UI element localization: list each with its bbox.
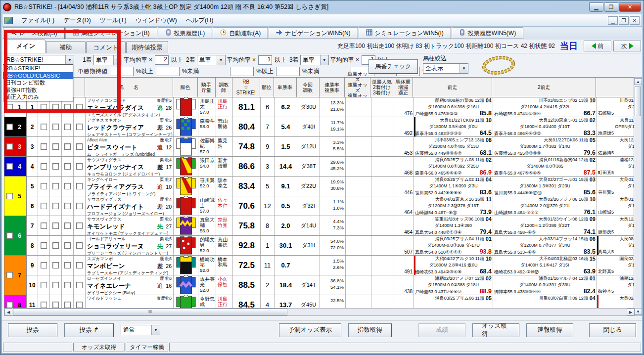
menu-item-3[interactable]: ウィンドウ(W) <box>131 15 182 26</box>
gate-checkbox[interactable] <box>6 302 13 308</box>
del-checkbox[interactable] <box>41 302 47 308</box>
scroll-left-icon[interactable]: ◀ <box>4 309 12 315</box>
del-checkbox[interactable] <box>64 124 71 130</box>
mdi-restore-button[interactable]: ❐ <box>619 16 629 25</box>
del-checkbox[interactable] <box>76 143 83 150</box>
del-checkbox[interactable] <box>52 163 59 170</box>
tab-コメント[interactable]: コメント <box>86 41 126 53</box>
gate-checkbox[interactable] <box>6 193 13 199</box>
del-checkbox[interactable] <box>64 262 71 268</box>
del-checkbox[interactable] <box>52 242 59 249</box>
del-checkbox[interactable] <box>52 124 59 130</box>
horizontal-scroll-thumb[interactable]: ⦀⦀ <box>13 309 287 315</box>
gate-checkbox[interactable] <box>6 163 13 170</box>
predict-odds-button[interactable]: 予測オッズ表示 <box>279 323 341 337</box>
fetch-index-button[interactable]: 指数取得 <box>348 323 392 337</box>
gate-checkbox[interactable] <box>6 104 13 110</box>
del-checkbox[interactable] <box>76 203 83 209</box>
gate-checkbox[interactable] <box>6 143 13 150</box>
gate-checkbox[interactable] <box>6 272 13 278</box>
del-checkbox[interactable] <box>76 282 83 288</box>
toolbar-button-1[interactable]: 馬柱シミュレーション(B) <box>65 27 157 39</box>
del-checkbox[interactable] <box>64 302 71 308</box>
vote-send-button[interactable]: 投票 ↱ <box>64 323 114 337</box>
del-checkbox[interactable] <box>64 163 71 170</box>
minimize-button[interactable]: ▁ <box>589 2 603 12</box>
horse-number-check-button[interactable]: 馬番チェック <box>368 59 418 74</box>
menu-item-2[interactable]: ツール(T) <box>95 15 131 26</box>
del-checkbox[interactable] <box>41 262 47 268</box>
del-checkbox[interactable] <box>76 163 83 170</box>
scroll-up-icon[interactable]: ▲ <box>634 78 642 85</box>
del-checkbox[interactable] <box>41 282 47 288</box>
menu-item-0[interactable]: ファイル(F) <box>17 15 59 26</box>
menu-item-1[interactable]: データ(D) <box>59 15 95 26</box>
expect-lt-input-0[interactable] <box>156 67 180 76</box>
dropdown-option[interactable]: 補正入力のみ <box>3 93 73 101</box>
del-checkbox[interactable] <box>76 104 83 110</box>
avg-rate-input-1[interactable]: 1 <box>258 55 272 65</box>
maximize-button[interactable]: ❐ <box>604 2 618 12</box>
del-checkbox[interactable] <box>64 203 71 209</box>
gate-checkbox[interactable] <box>6 124 13 130</box>
toolbar-button-5[interactable]: シミュレーションWIN5(I) <box>359 27 451 39</box>
tab-メイン[interactable]: メイン <box>6 40 46 53</box>
expect-ge-input-1[interactable] <box>230 67 254 76</box>
fetch-odds-button[interactable]: オッズ取得 <box>472 323 519 337</box>
fetch-flash-button[interactable]: 速報取得 <box>526 323 573 337</box>
del-checkbox[interactable] <box>52 282 59 288</box>
next-race-button[interactable]: 次 <box>613 41 641 51</box>
del-checkbox[interactable] <box>52 104 59 110</box>
del-checkbox[interactable] <box>41 242 47 249</box>
del-checkbox[interactable] <box>64 222 71 229</box>
chevron-down-icon[interactable]: ▼ <box>151 325 160 335</box>
dropdown-option[interactable]: 最強HIT指数 <box>3 87 73 94</box>
rate-type-combobox-2[interactable]: 単率▼ <box>300 55 329 65</box>
del-checkbox[interactable] <box>76 302 83 308</box>
del-checkbox[interactable] <box>64 242 71 249</box>
expect-lt-input-1[interactable] <box>276 67 300 76</box>
chevron-down-icon[interactable]: ▼ <box>113 55 122 65</box>
tab-補助[interactable]: 補助 <box>46 41 86 53</box>
expect-ge-input-0[interactable] <box>110 67 134 76</box>
del-checkbox[interactable] <box>52 302 59 308</box>
del-checkbox[interactable] <box>76 124 83 130</box>
mdi-minimize-button[interactable]: ▁ <box>608 16 618 25</box>
del-checkbox[interactable] <box>41 124 47 130</box>
close-window-button[interactable]: 閉じる <box>589 323 636 337</box>
chevron-down-icon[interactable]: ▼ <box>460 64 468 73</box>
del-checkbox[interactable] <box>64 143 71 150</box>
del-checkbox[interactable] <box>76 262 83 268</box>
vote-button[interactable]: 投票 <box>8 323 57 337</box>
del-checkbox[interactable] <box>64 183 71 189</box>
toolbar-button-2[interactable]: 投票履歴(L) <box>158 27 213 39</box>
avg-rate-input-0[interactable]: 2 <box>155 55 169 65</box>
tab-期待値投票[interactable]: 期待値投票 <box>126 41 168 53</box>
del-checkbox[interactable] <box>41 222 47 229</box>
gate-checkbox[interactable] <box>6 232 13 239</box>
del-checkbox[interactable] <box>52 143 59 150</box>
chevron-down-icon[interactable]: ▼ <box>217 55 225 65</box>
del-checkbox[interactable] <box>52 203 59 209</box>
vertical-scrollbar[interactable]: ▲ ▼ <box>634 77 642 316</box>
rate-type-combobox-1[interactable]: 単率▼ <box>197 55 226 65</box>
del-checkbox[interactable] <box>52 262 59 268</box>
vertical-scroll-thumb[interactable] <box>635 87 641 116</box>
dropdown-option[interactable]: RB☆GOLD!CLASSIC <box>3 72 73 80</box>
index-type-combobox[interactable]: RB☆STRIKE!▼ <box>4 55 74 65</box>
scroll-right-icon[interactable]: ▶ <box>627 309 635 315</box>
horizontal-scrollbar[interactable]: ◀ ⦀⦀ ▶ <box>4 308 635 316</box>
del-checkbox[interactable] <box>41 104 47 110</box>
scroll-down-icon[interactable]: ▼ <box>634 308 642 315</box>
toolbar-button-4[interactable]: ナビゲーションWIN5(N) <box>269 27 358 39</box>
del-checkbox[interactable] <box>41 203 47 209</box>
vote-mode-combobox[interactable]: 通常▼ <box>121 325 160 335</box>
rate-type-combobox-0[interactable]: 単率▼ <box>93 55 122 65</box>
dropdown-option[interactable]: 日刊コンピ指数 <box>3 79 73 87</box>
del-checkbox[interactable] <box>64 104 71 110</box>
del-checkbox[interactable] <box>76 242 83 249</box>
toolbar-button-0[interactable]: レース検索(S) <box>3 27 65 39</box>
del-checkbox[interactable] <box>76 183 83 189</box>
close-button[interactable]: ✕ <box>619 2 641 12</box>
del-checkbox[interactable] <box>41 143 47 150</box>
